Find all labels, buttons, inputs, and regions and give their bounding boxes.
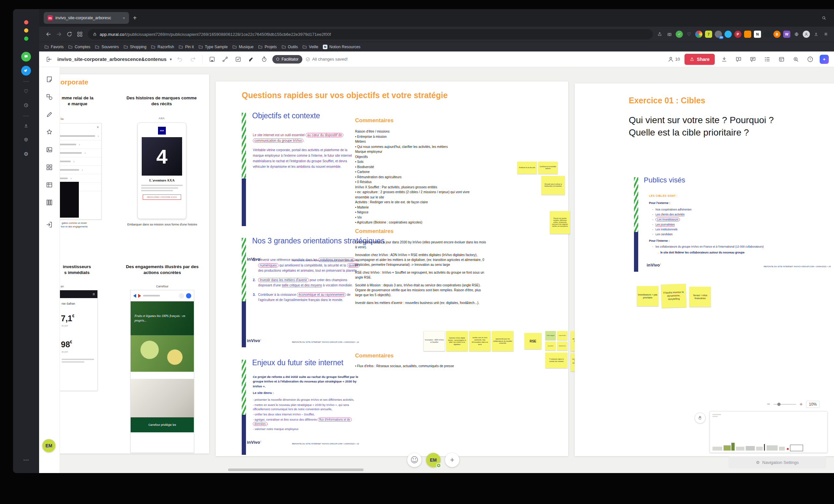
areas-tool-icon[interactable] [44,197,55,208]
zoom-out-button[interactable]: − [767,401,770,408]
add-comment-icon[interactable] [734,54,743,64]
sticky-note[interactable]: Terract = infos financières [689,287,711,307]
redo-icon[interactable] [188,54,198,64]
github-extension-icon[interactable] [764,30,771,38]
tab-search-icon[interactable] [819,13,829,23]
heart-extension-icon[interactable]: ♡ [685,30,693,38]
bookmark-item[interactable]: Souvenirs [95,45,118,49]
hand-tool-button[interactable] [695,413,706,423]
sticky-note[interactable]: 0 pesticides [557,331,568,340]
sticky-note[interactable]: opportunité pour les collaborateurs de t… [492,331,513,351]
zoom-in-button[interactable]: + [799,401,803,408]
bookmark-item[interactable]: Outils [282,45,298,49]
mural-title[interactable]: invivo_site-corporate_arborescence&conte… [57,57,167,62]
bird-app-icon[interactable] [21,66,31,75]
share-button[interactable]: Share [684,54,715,65]
emoji-reaction-button[interactable]: ☺ [407,453,421,467]
export-download-icon[interactable] [719,54,729,64]
brush-tool-icon[interactable] [246,54,256,64]
sticky-note[interactable]: 7 missions dans le comité de mission [545,352,568,368]
table-tool-icon[interactable] [44,179,55,190]
downloads-icon[interactable] [21,121,31,131]
profile-avatar[interactable] [803,30,810,38]
window-minimize-button[interactable] [24,28,28,32]
sticky-note[interactable]: Contribuer à la neutralité carbone [538,161,558,174]
collaborators-count[interactable]: 10 [667,56,680,63]
sticky-note[interactable]: food & tech [557,342,568,351]
sticky-note-tool-icon[interactable] [44,74,55,85]
chat-app-icon[interactable] [21,52,31,62]
bookmark-item[interactable]: Shopping [124,45,147,49]
reload-button[interactable] [65,29,74,39]
window-zoom-button[interactable] [24,37,28,41]
notion-extension-icon[interactable]: N [754,30,761,38]
shield-extension-icon[interactable] [676,30,683,38]
help-icon[interactable]: ? [805,54,815,64]
find-zoom-icon[interactable] [791,54,801,64]
tab-close-icon[interactable]: × [123,16,125,21]
download-toolbar-icon[interactable] [812,30,820,38]
user-avatar[interactable]: EM★ [426,453,440,467]
sticky-note[interactable]: Innovation : ADN InVivo et Soufflet [423,331,445,351]
sticky-note[interactable]: Améliorer la vie des sols [517,161,537,174]
navigation-settings-button[interactable]: ⚙ Navigation Settings [728,456,826,468]
badged-extension-icon[interactable]: 28 [715,30,722,38]
menu-hamburger-icon[interactable]: ≡ [822,30,830,38]
timer-icon[interactable] [259,54,269,64]
images-tool-icon[interactable] [44,144,55,155]
sticky-note[interactable]: RSE [525,333,542,349]
comments-icon[interactable] [748,54,758,64]
exit-mural-icon[interactable] [44,54,54,64]
bookmark-item-notion[interactable]: NNotion Resources [323,45,360,49]
minimap-viewport[interactable] [790,445,803,451]
sticky-note[interactable]: Il faudra montrer le dynamisme, storytel… [661,284,686,308]
bookmark-item[interactable]: Razorfish [151,45,174,49]
sticky-note[interactable]: transition [545,342,556,351]
board-left[interactable]: corporate mme relai de la e marque Des h… [60,74,209,454]
bookmark-item[interactable]: Projets [258,45,277,49]
voting-checkbox-icon[interactable] [233,54,243,64]
minimap[interactable] [709,411,828,453]
apps-grid-icon[interactable] [75,29,85,39]
address-bar[interactable]: app.mural.co/t/publicissapient7269/m/pub… [88,29,653,39]
horizontal-scrollbar[interactable] [228,468,364,471]
settings-gear-icon[interactable]: ⚙ [21,149,31,159]
connector-tool-icon[interactable] [220,54,230,64]
bookmark-item[interactable]: Favoris [44,45,64,49]
zoom-slider[interactable] [773,404,796,404]
cards-view-icon[interactable] [777,54,786,64]
mural-canvas[interactable]: corporate mme relai de la e marque Des h… [60,67,834,473]
frame-tool-icon[interactable] [207,54,217,64]
bookmark-item[interactable]: Veille [302,45,318,49]
w-extension-icon[interactable]: W [783,30,790,38]
orange-extension-icon[interactable] [744,30,751,38]
b-extension-icon[interactable]: B [773,30,781,38]
screenshot-extension-icon[interactable] [666,30,673,38]
browser-tab[interactable]: m invivo_site-corporate_arboresc × [44,12,129,24]
blue-extension-icon[interactable] [725,30,732,38]
board-middle[interactable]: Questions rapides sur vos objectifs et v… [216,82,568,456]
forward-button[interactable] [54,29,64,39]
facilitator-badge[interactable]: Facilitator [272,55,302,64]
bookmark-item[interactable]: Pin it [178,45,194,49]
globe-extension-icon[interactable] [793,30,800,38]
outline-icon[interactable] [762,54,772,64]
board-right[interactable]: Exercice 01 : Cibles Qui vient sur votre… [575,83,834,456]
chevron-down-icon[interactable]: ▾ [170,57,172,62]
apps-cube-icon[interactable] [21,135,31,145]
back-button[interactable] [44,29,53,39]
window-close-button[interactable] [24,20,28,24]
rail-overflow-icon[interactable]: ⋯ [21,455,31,465]
add-reaction-button[interactable]: + [445,453,459,467]
sticky-note[interactable]: InVivo digital [545,331,556,340]
history-clock-icon[interactable] [21,100,31,110]
undo-icon[interactable] [175,54,185,64]
import-export-tool-icon[interactable] [44,219,55,230]
bookmark-item[interactable]: Type Sample [198,45,228,49]
pin-extension-icon[interactable]: P [734,30,742,38]
zoom-level[interactable]: 10% [806,401,820,408]
color-wheel-extension-icon[interactable] [695,30,702,38]
icons-tool-icon[interactable] [44,126,55,137]
ai-sparkle-button[interactable] [820,55,829,64]
sticky-note[interactable]: investisseurs = pas prioritaire [637,286,658,306]
